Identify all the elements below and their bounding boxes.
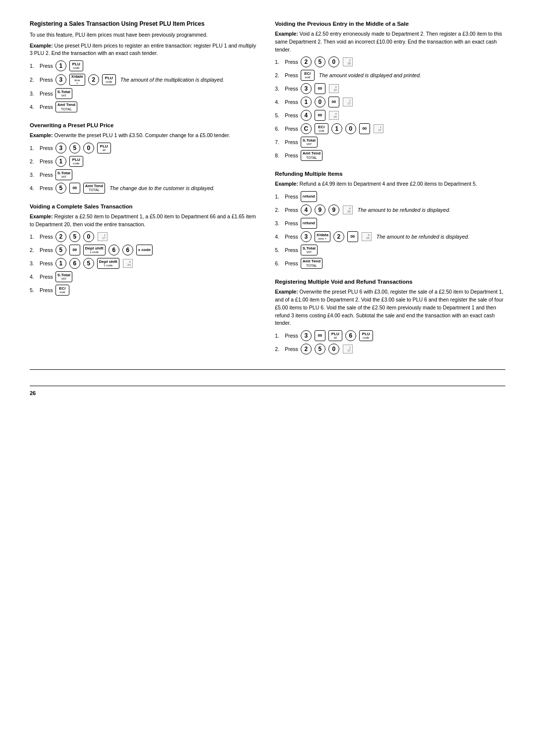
- main-content: Registering a Sales Transaction Using Pr…: [30, 20, 505, 363]
- section-preset-plu-title: Registering a Sales Transaction Using Pr…: [30, 20, 260, 28]
- step-item: 1. Press 1 PLU code: [30, 60, 260, 71]
- key-3: 3: [55, 74, 66, 85]
- step-item: 7. Press S.Total VAT: [275, 137, 505, 148]
- key-3: 3: [301, 83, 312, 94]
- section-preset-plu: Registering a Sales Transaction Using Pr…: [30, 20, 260, 112]
- key-refund2: refund: [301, 218, 317, 229]
- key-00: 00: [69, 183, 80, 194]
- display-17: 1 17: [98, 232, 107, 241]
- step-item: 3. Press S.Total VAT: [30, 88, 260, 99]
- key-5: 5: [55, 183, 66, 194]
- step-item: 4. Press Amt Tend TOTAL: [30, 101, 260, 112]
- section-overwrite-plu-title: Overwriting a Preset PLU Price: [30, 121, 260, 129]
- key-5: 5: [83, 258, 94, 269]
- step-note: The amount of the multiplication is disp…: [120, 77, 224, 83]
- section-multiple-void-refund-title: Registering Multiple Void and Refund Tra…: [275, 278, 505, 286]
- display-2-18: 2 18: [343, 57, 353, 66]
- section-refund-multiple-example: Example: Refund a £4.99 item to Departme…: [275, 180, 505, 188]
- step-number: 3.: [30, 91, 38, 97]
- key-ecvoid: EC/ void: [301, 70, 315, 81]
- key-0b: 0: [345, 123, 356, 134]
- key-0: 0: [315, 97, 325, 107]
- step-number: 6.: [275, 126, 283, 132]
- step-number: 3.: [275, 86, 283, 92]
- key-stotal: S.Total VAT: [55, 169, 72, 180]
- key-00: 00: [315, 83, 325, 94]
- press-label: Press: [285, 126, 298, 132]
- press-label: Press: [285, 59, 298, 65]
- step-number: 4.: [275, 99, 283, 105]
- step-note: The amount voided is displayed and print…: [319, 72, 421, 78]
- step-item: 1. Press 3 00 PLU all 6 PLU c: [275, 330, 505, 341]
- press-label: Press: [40, 91, 53, 97]
- step-number: 1.: [275, 194, 283, 200]
- step-number: 1.: [30, 145, 38, 151]
- key-5: 5: [55, 245, 66, 255]
- key-2b: 2: [333, 231, 344, 242]
- step-item: 4. Press 3 X/data time × 2 00 5: [275, 231, 505, 242]
- section-overwrite-plu-steps: 1. Press 3 5 0 PLU all 2. Press 1: [30, 143, 260, 194]
- press-label: Press: [285, 139, 298, 145]
- display-2-10: 2 10: [329, 84, 339, 93]
- press-label: Press: [285, 234, 298, 240]
- key-plu: PLU all: [97, 143, 111, 153]
- press-label: Press: [40, 234, 53, 240]
- section-multiple-void-refund-steps: 1. Press 3 00 PLU all 6 PLU c: [275, 330, 505, 354]
- step-number: 4.: [30, 185, 38, 191]
- step-number: 3.: [30, 260, 38, 266]
- step-item: 2. Press 2 5 0 1 17: [275, 344, 505, 354]
- step-number: 4.: [275, 234, 283, 240]
- key-1: 1: [55, 156, 66, 167]
- step-item: 2. Press EC/ void The amount voided is d…: [275, 70, 505, 81]
- step-number: 2.: [275, 207, 283, 213]
- section-overwrite-plu: Overwriting a Preset PLU Price Example: …: [30, 121, 260, 194]
- key-0: 0: [328, 56, 339, 67]
- step-number: 2.: [275, 72, 283, 78]
- key-deptshift2: Dept shift 1 code: [97, 258, 119, 269]
- page-divider: [30, 369, 505, 370]
- key-00d: 00: [359, 123, 370, 134]
- section-void-complete-example: Example: Register a £2.50 item to Depart…: [30, 213, 260, 229]
- section-void-complete-title: Voiding a Complete Sales Transaction: [30, 202, 260, 210]
- key-plucode2: PLU code: [359, 330, 373, 341]
- press-label: Press: [40, 104, 53, 110]
- key-2: 2: [55, 231, 66, 242]
- step-number: 1.: [30, 234, 38, 240]
- press-label: Press: [40, 260, 53, 266]
- step-item: 6. Press C EC/ void 1 0 00 1: [275, 123, 505, 134]
- right-column: Voiding the Previous Entry in the Middle…: [275, 20, 505, 363]
- press-label: Press: [285, 99, 298, 105]
- key-00e: 00: [347, 231, 358, 242]
- step-number: 4.: [30, 274, 38, 280]
- press-label: Press: [285, 260, 298, 266]
- key-3: 3: [55, 143, 66, 153]
- key-scode: s code: [136, 245, 153, 255]
- key-xtime: X/date time ×: [69, 74, 85, 86]
- step-item: 3. Press 1 6 5 Dept shift 1 code 4 20: [30, 258, 260, 269]
- step-number: 5.: [275, 112, 283, 118]
- step-number: 6.: [275, 260, 283, 266]
- press-label: Press: [40, 77, 53, 83]
- section-void-previous: Voiding the Previous Entry in the Middle…: [275, 20, 505, 161]
- key-3: 3: [301, 330, 312, 341]
- key-stotal: S.Total VAT: [55, 88, 72, 99]
- key-3: 3: [301, 231, 312, 242]
- step-number: 3.: [275, 220, 283, 226]
- step-item: 3. Press refund: [275, 218, 505, 229]
- key-4: 4: [301, 110, 312, 121]
- key-amttend3: Amt Tend TOTAL: [301, 258, 322, 269]
- display-5-25: 5 25: [362, 232, 372, 241]
- step-number: 5.: [30, 287, 38, 293]
- step-item: 2. Press 1 PLU code: [30, 156, 260, 167]
- step-item: 4. Press 5 00 Amt Tend TOTAL The change …: [30, 183, 260, 194]
- press-label: Press: [40, 172, 53, 178]
- key-2: 2: [301, 56, 312, 67]
- key-0: 0: [328, 344, 339, 354]
- step-item: 5. Press S.Total VAT: [275, 245, 505, 255]
- step-item: 6. Press Amt Tend TOTAL: [275, 258, 505, 269]
- press-label: Press: [285, 194, 298, 200]
- key-0: 0: [83, 231, 94, 242]
- key-pluall: PLU all: [328, 330, 342, 341]
- key-6a: 6: [108, 245, 119, 255]
- step-number: 5.: [275, 247, 283, 253]
